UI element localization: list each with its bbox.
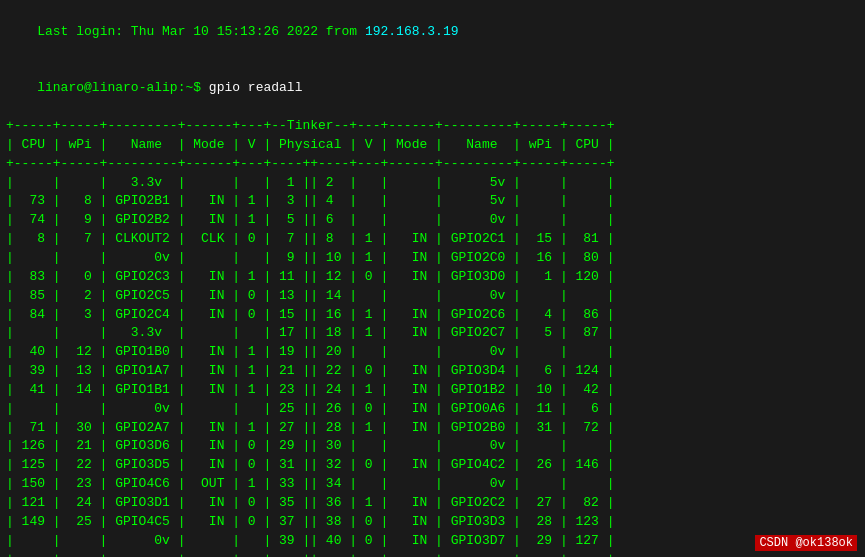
table-row: | | | 0v | | | 25 || 26 | 0 | IN | GPIO0… xyxy=(6,400,859,419)
table-row: | 71 | 30 | GPIO2A7 | IN | 1 | 27 || 28 … xyxy=(6,419,859,438)
login-line: Last login: Thu Mar 10 15:13:26 2022 fro… xyxy=(6,4,859,61)
table-row: | 149 | 25 | GPIO4C5 | IN | 0 | 37 || 38… xyxy=(6,513,859,532)
header-row: | CPU | wPi | Name | Mode | V | Physical… xyxy=(6,136,859,155)
login-prefix: Last login: Thu Mar 10 15:13:26 2022 fro… xyxy=(37,24,365,39)
login-ip: 192.168.3.19 xyxy=(365,24,459,39)
table-row: | 84 | 3 | GPIO2C4 | IN | 0 | 15 || 16 |… xyxy=(6,306,859,325)
table-row: | 150 | 23 | GPIO4C6 | OUT | 1 | 33 || 3… xyxy=(6,475,859,494)
sep-top: +-----+-----+---------+------+---+--Tink… xyxy=(6,117,859,136)
prompt-line-1: linaro@linaro-alip:~$ gpio readall xyxy=(6,61,859,118)
table-row: | 39 | 13 | GPIO1A7 | IN | 1 | 21 || 22 … xyxy=(6,362,859,381)
gpio-table: | | | 3.3v | | | 1 || 2 | | | 5v | | || … xyxy=(6,174,859,551)
table-row: | 121 | 24 | GPIO3D1 | IN | 0 | 35 || 36… xyxy=(6,494,859,513)
table-row: | | | 3.3v | | | 17 || 18 | 1 | IN | GPI… xyxy=(6,324,859,343)
terminal: Last login: Thu Mar 10 15:13:26 2022 fro… xyxy=(6,4,859,553)
table-row: | | | 0v | | | 39 || 40 | 0 | IN | GPIO3… xyxy=(6,532,859,551)
table-row: | 85 | 2 | GPIO2C5 | IN | 0 | 13 || 14 |… xyxy=(6,287,859,306)
table-row: | 74 | 9 | GPIO2B2 | IN | 1 | 5 || 6 | |… xyxy=(6,211,859,230)
table-row: | 8 | 7 | CLKOUT2 | CLK | 0 | 7 || 8 | 1… xyxy=(6,230,859,249)
sep-mid: +-----+-----+---------+------+---+----++… xyxy=(6,155,859,174)
table-row: | | | 0v | | | 9 || 10 | 1 | IN | GPIO2C… xyxy=(6,249,859,268)
prompt-1: linaro@linaro-alip:~$ xyxy=(37,80,209,95)
table-row: | 125 | 22 | GPIO3D5 | IN | 0 | 31 || 32… xyxy=(6,456,859,475)
table-row: | 41 | 14 | GPIO1B1 | IN | 1 | 23 || 24 … xyxy=(6,381,859,400)
table-row: | | | 3.3v | | | 1 || 2 | | | 5v | | | xyxy=(6,174,859,193)
cmd-1: gpio readall xyxy=(209,80,303,95)
table-row: | 126 | 21 | GPIO3D6 | IN | 0 | 29 || 30… xyxy=(6,437,859,456)
sep-mid2: +-----+-----+---------+------+---+----++… xyxy=(6,550,859,557)
table-row: | 40 | 12 | GPIO1B0 | IN | 1 | 19 || 20 … xyxy=(6,343,859,362)
brand-label: CSDN @ok138ok xyxy=(755,535,857,551)
table-row: | 73 | 8 | GPIO2B1 | IN | 1 | 3 || 4 | |… xyxy=(6,192,859,211)
table-row: | 83 | 0 | GPIO2C3 | IN | 1 | 11 || 12 |… xyxy=(6,268,859,287)
